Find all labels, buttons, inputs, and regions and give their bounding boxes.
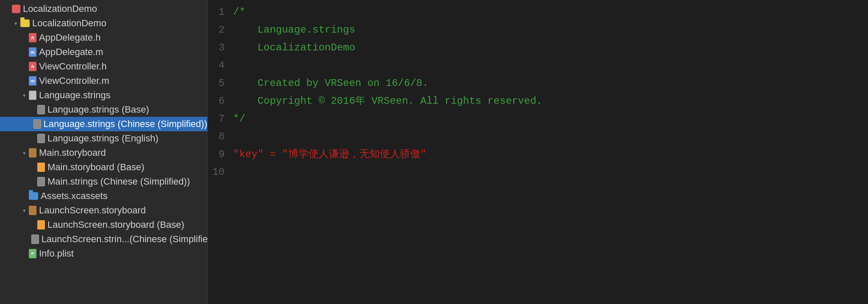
code-line: */ [233,110,860,128]
tree-label: Language.strings (Base) [47,104,207,115]
code-line: Copyright © 2016年 VRSeen. All rights res… [233,92,860,110]
tree-label: Assets.xcassets [41,191,207,202]
line-number: 6 [208,92,225,110]
tree-label: LaunchScreen.storyboard [39,205,207,216]
file-icon-plist: P [29,249,36,258]
tree-arrow [20,92,28,99]
tree-label: ViewController.m [39,75,207,86]
file-navigator[interactable]: LocalizationDemoLocalizationDemo hAppDel… [0,0,208,304]
tree-item-language-strings-chinese[interactable]: Language.strings (Chinese (Simplified)) [0,117,207,131]
file-icon-folder-yellow [20,19,30,27]
tree-label: Main.strings (Chinese (Simplified)) [47,176,207,187]
code-line: "key" = "博学使人谦逊，无知使人骄傲" [233,146,860,163]
tree-item-launchscreen-storyboard-base[interactable]: LaunchScreen.storyboard (Base) [0,218,207,232]
code-line: /* [233,3,860,21]
file-icon-file-strings [37,134,45,143]
tree-label: AppDelegate.m [39,47,207,58]
tree-item-language-strings-english[interactable]: Language.strings (English) [0,131,207,146]
file-icon-folder-storyboard [29,206,36,215]
tree-item-language-strings-base[interactable]: Language.strings (Base) [0,102,207,117]
code-line [233,57,860,75]
tree-item-root[interactable]: LocalizationDemo [0,2,207,16]
tree-item-main-storyboard-group[interactable]: Main.storyboard [0,146,207,160]
code-editor: 12345678910 /* Language.strings Localiza… [208,0,868,304]
file-icon-file-h: h [29,33,36,42]
line-numbers: 12345678910 [208,3,233,181]
tree-item-appdelegate-m[interactable]: mAppDelegate.m [0,45,207,59]
tree-label: Main.storyboard (Base) [47,162,207,173]
tree-item-main-storyboard-base[interactable]: Main.storyboard (Base) [0,160,207,174]
tree-label: AppDelegate.h [39,32,207,43]
code-lines: /* Language.strings LocalizationDemo Cre… [233,3,868,181]
tree-label: LocalizationDemo [32,18,207,29]
tree-label: LocalizationDemo [23,3,207,14]
tree-item-launchscreen-strings-chinese[interactable]: LaunchScreen.strin...(Chinese (Simplifie… [0,232,207,246]
tree-arrow [20,150,28,156]
tree-item-launchscreen-storyboard-group[interactable]: LaunchScreen.storyboard [0,203,207,218]
line-number: 8 [208,128,225,146]
tree-item-main-strings-chinese[interactable]: Main.strings (Chinese (Simplified)) [0,174,207,189]
file-icon-file-strings [37,105,45,114]
file-icon-file-m: m [29,47,36,57]
file-icon-folder-group [29,91,36,100]
file-icon-file-m: m [29,76,36,86]
file-icon-file-strings [33,119,41,129]
tree-item-assets-xcassets[interactable]: Assets.xcassets [0,189,207,203]
tree-label: Language.strings [39,90,207,101]
tree-label: LaunchScreen.storyboard (Base) [47,219,207,230]
code-line [233,128,860,146]
tree-item-viewcontroller-m[interactable]: mViewController.m [0,74,207,88]
tree-item-group-localization[interactable]: LocalizationDemo [0,16,207,30]
line-number: 2 [208,21,225,39]
line-number: 10 [208,163,225,181]
line-number: 9 [208,146,225,163]
tree-item-info-plist[interactable]: PInfo.plist [0,246,207,261]
file-icon-file-storyboard [37,220,45,229]
file-icon-folder-storyboard [29,148,36,158]
line-number: 4 [208,57,225,75]
code-line: LocalizationDemo [233,39,860,57]
tree-item-viewcontroller-h[interactable]: hViewController.h [0,59,207,74]
file-icon-xcassets [29,192,38,200]
line-number: 3 [208,39,225,57]
tree-label: ViewController.h [39,61,207,72]
code-line: Language.strings [233,21,860,39]
tree-item-language-strings-group[interactable]: Language.strings [0,88,207,102]
file-icon-file-strings [31,235,39,244]
line-number: 5 [208,75,225,92]
tree-label: Language.strings (English) [47,133,207,144]
tree-label: Language.strings (Chinese (Simplified)) [44,119,207,130]
line-number: 7 [208,110,225,128]
file-icon-file-strings [37,177,45,186]
line-number: 1 [208,3,225,21]
tree-item-appdelegate-h[interactable]: hAppDelegate.h [0,30,207,45]
file-icon-file-storyboard [37,163,45,172]
tree-label: Info.plist [39,248,207,259]
tree-arrow [20,207,28,214]
file-icon-file-h: h [29,62,36,71]
code-line: Created by VRSeen on 16/6/8. [233,75,860,92]
tree-label: LaunchScreen.strin...(Chinese (Simplifie… [42,234,208,245]
code-line [233,163,860,181]
tree-arrow [12,20,19,27]
file-icon-root [12,5,20,13]
tree-label: Main.storyboard [39,147,207,158]
